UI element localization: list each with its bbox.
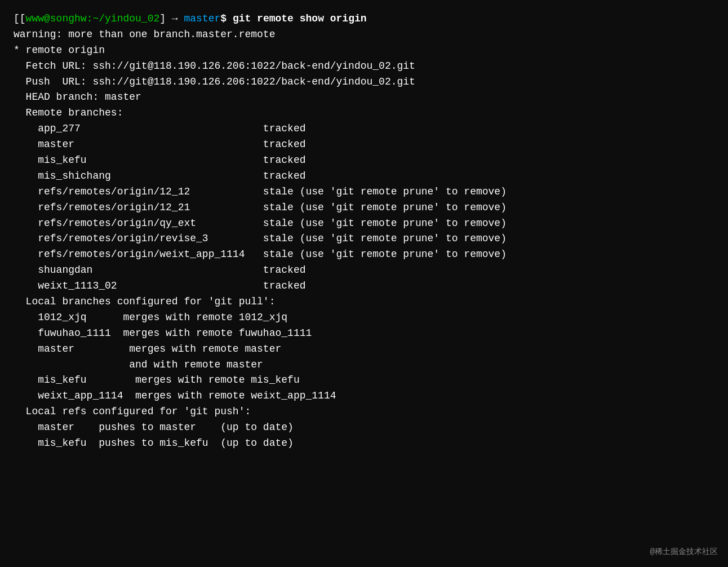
output-line: refs/remotes/origin/qy_ext stale (use 'g… [14, 216, 714, 232]
terminal: [[www@songhw:~/yindou_02] → master$ git … [14, 11, 714, 451]
output-line: 1012_xjq merges with remote 1012_xjq [14, 310, 714, 326]
output-line: Local branches configured for 'git pull'… [14, 294, 714, 310]
output-line: weixt_1113_02 tracked [14, 278, 714, 294]
output-line: master merges with remote master [14, 342, 714, 357]
watermark: @稀土掘金技术社区 [650, 547, 718, 557]
path: :~/yindou_02 [87, 13, 160, 24]
output-line: * remote origin [14, 43, 714, 59]
output-line: shuangdan tracked [14, 263, 714, 278]
output-line: mis_shichang tracked [14, 169, 714, 184]
output-line: master pushes to master (up to date) [14, 420, 714, 436]
output-line: refs/remotes/origin/revise_3 stale (use … [14, 231, 714, 247]
output-line: and with remote master [14, 357, 714, 373]
prompt-line: [[www@songhw:~/yindou_02] → master$ git … [14, 11, 714, 27]
output-line: Remote branches: [14, 105, 714, 121]
output-line: Push URL: ssh://git@118.190.126.206:1022… [14, 74, 714, 90]
bracket-open: [[ [14, 13, 26, 24]
output-line: Local refs configured for 'git push': [14, 404, 714, 420]
output-line: mis_kefu merges with remote mis_kefu [14, 373, 714, 388]
output-line: refs/remotes/origin/12_12 stale (use 'gi… [14, 184, 714, 200]
output-line: weixt_app_1114 merges with remote weixt_… [14, 388, 714, 404]
output-line: app_277 tracked [14, 121, 714, 137]
output-line: Fetch URL: ssh://git@118.190.126.206:102… [14, 59, 714, 74]
output-line: master tracked [14, 137, 714, 153]
output-line: refs/remotes/origin/weixt_app_1114 stale… [14, 247, 714, 263]
output-line: fuwuhao_1111 merges with remote fuwuhao_… [14, 326, 714, 342]
output-line: HEAD branch: master [14, 90, 714, 105]
user-host: www@songhw [26, 13, 87, 24]
output-line: mis_kefu tracked [14, 153, 714, 169]
output-line: warning: more than one branch.master.rem… [14, 27, 714, 43]
output-line: refs/remotes/origin/12_21 stale (use 'gi… [14, 200, 714, 216]
branch-name: master [184, 13, 220, 24]
arrow: ] → [159, 13, 184, 24]
output-line: mis_kefu pushes to mis_kefu (up to date) [14, 436, 714, 451]
command-text: $ git remote show origin [220, 13, 366, 24]
